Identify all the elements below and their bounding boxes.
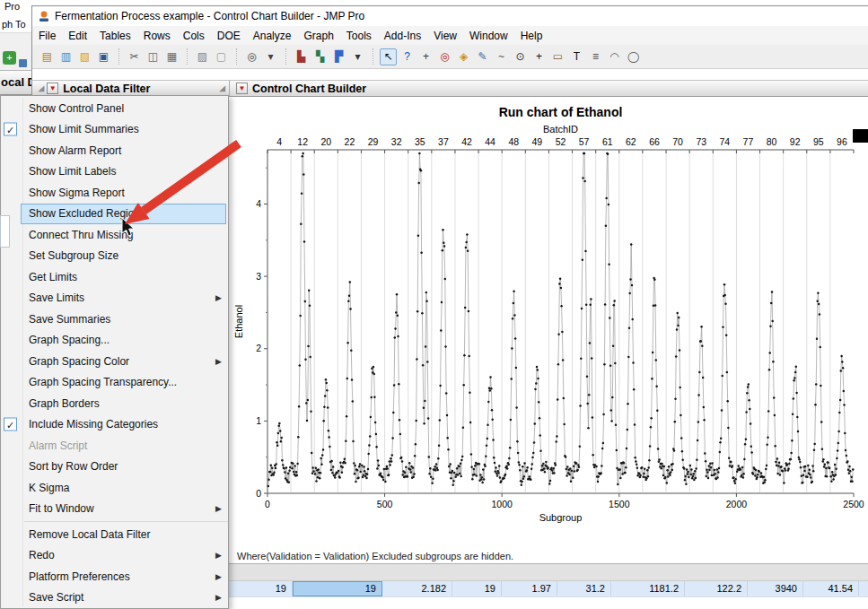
paste-icon[interactable]: ▦: [163, 48, 180, 65]
menu-item-include-missing-categories[interactable]: ✓Include Missing Categories: [1, 414, 228, 436]
menu-item-graph-spacing-transparency[interactable]: Graph Spacing Transparency...: [1, 372, 228, 394]
background-panel-header-fragment: ocal D: [0, 70, 31, 95]
svg-text:57: 57: [579, 136, 590, 147]
svg-text:Run chart of Ethanol: Run chart of Ethanol: [499, 105, 623, 119]
red-triangle-icon: ▼: [49, 85, 57, 92]
table-cell[interactable]: 31.2: [557, 581, 611, 596]
menubar-item-window[interactable]: Window: [463, 28, 514, 44]
bullseye-tool-icon[interactable]: ◎: [436, 48, 453, 65]
menu-item-save-script[interactable]: Save Script▶: [1, 587, 228, 609]
splitter-grip-icon[interactable]: ◢: [220, 84, 225, 92]
menu-item-sort-by-row-order[interactable]: Sort by Row Order: [1, 457, 228, 478]
menubar-item-cols[interactable]: Cols: [177, 28, 211, 44]
crosshair-tool-icon[interactable]: +: [417, 48, 434, 65]
table-cell[interactable]: 19: [452, 581, 502, 596]
magnifier-tool-icon[interactable]: ⊙: [512, 48, 529, 65]
open-table-icon[interactable]: ▥: [57, 48, 75, 65]
menu-item-show-control-panel[interactable]: Show Control Panel: [1, 98, 228, 119]
menu-item-redo[interactable]: Redo▶: [1, 545, 228, 567]
menu-item-show-limit-summaries[interactable]: ✓Show Limit Summaries: [1, 119, 228, 141]
menubar-item-help[interactable]: Help: [514, 28, 549, 44]
distribution-icon[interactable]: ▙: [293, 48, 310, 65]
lines-tool-icon[interactable]: ≡: [587, 48, 604, 65]
menu-item-graph-borders[interactable]: Graph Borders: [1, 393, 228, 414]
table-cell[interactable]: 2.182: [382, 581, 452, 596]
grabber-tool-icon[interactable]: ◈: [455, 48, 472, 65]
eraser-tool-icon[interactable]: ▭: [549, 48, 566, 65]
clear-row-states-icon[interactable]: ▢: [213, 48, 230, 65]
help-tool-icon[interactable]: ?: [399, 48, 416, 65]
oval-tool-icon[interactable]: ◯: [625, 48, 642, 65]
fit-y-by-x-icon[interactable]: ▚: [311, 48, 329, 65]
brush-tool-icon[interactable]: ✎: [474, 48, 491, 65]
launchers-dropdown-icon[interactable]: ▾: [349, 48, 366, 65]
menu-item-label: Connect Thru Missing: [29, 229, 134, 241]
save-icon[interactable]: ▣: [95, 48, 112, 65]
menubar-item-rows[interactable]: Rows: [137, 28, 177, 44]
menu-item-fit-to-window[interactable]: Fit to Window▶: [1, 499, 228, 520]
lasso-tool-icon[interactable]: ~: [493, 48, 510, 65]
menu-item-platform-preferences[interactable]: Platform Preferences▶: [1, 566, 228, 587]
menubar-item-tools[interactable]: Tools: [340, 28, 378, 44]
select-matching-icon[interactable]: ▨: [194, 48, 211, 65]
new-data-table-icon[interactable]: ▤: [39, 48, 56, 65]
menubar-item-tables[interactable]: Tables: [93, 28, 137, 44]
svg-text:62: 62: [626, 136, 636, 147]
submenu-arrow-icon: ▶: [215, 572, 222, 581]
menu-item-connect-thru-missing[interactable]: Connect Thru Missing: [1, 224, 228, 246]
table-cell[interactable]: 41.54: [803, 581, 859, 596]
red-triangle-menu-button[interactable]: ▼: [47, 83, 58, 94]
red-triangle-menu-button[interactable]: ▼: [236, 83, 248, 94]
svg-text:42: 42: [461, 136, 472, 147]
search-dropdown-icon[interactable]: ▾: [262, 48, 279, 65]
menu-item-k-sigma[interactable]: K Sigma: [1, 477, 228, 499]
menu-item-save-limits[interactable]: Save Limits▶: [1, 288, 228, 309]
menu-item-show-excluded-region[interactable]: Show Excluded Region: [1, 204, 228, 225]
menu-item-label: Include Missing Categories: [29, 418, 158, 431]
menubar-item-graph[interactable]: Graph: [297, 28, 339, 44]
svg-text:12: 12: [297, 136, 308, 147]
annotate-tool-icon[interactable]: T: [568, 48, 585, 65]
menubar-item-analyze[interactable]: Analyze: [247, 28, 298, 44]
chart-area: Run chart of EthanolBatchID4122022293235…: [230, 97, 868, 549]
svg-text:500: 500: [377, 499, 393, 509]
menu-item-get-limits[interactable]: Get Limits: [1, 266, 228, 288]
arrow-tool-icon[interactable]: ↖: [380, 48, 397, 65]
plus-tool-icon[interactable]: +: [530, 48, 548, 65]
menu-item-set-subgroup-size[interactable]: Set Subgroup Size: [1, 246, 228, 267]
search-icon[interactable]: ◎: [243, 48, 260, 65]
menu-item-graph-spacing-color[interactable]: Graph Spacing Color▶: [1, 351, 228, 372]
menubar-item-add-ins[interactable]: Add-Ins: [378, 28, 427, 44]
svg-text:Ethanol: Ethanol: [233, 305, 244, 338]
table-cell[interactable]: 19: [230, 581, 293, 596]
curve-tool-icon[interactable]: ◠: [606, 48, 623, 65]
menu-item-label: Save Script: [29, 591, 83, 604]
cut-icon[interactable]: ✂: [126, 48, 143, 65]
menu-item-graph-spacing[interactable]: Graph Spacing...: [1, 330, 228, 352]
menubar-item-view[interactable]: View: [427, 28, 463, 44]
splitter-grip-icon[interactable]: ◢: [39, 84, 44, 92]
menubar-item-file[interactable]: File: [32, 28, 62, 44]
menubar-item-doe[interactable]: DOE: [211, 28, 247, 44]
menubar-item-edit[interactable]: Edit: [62, 28, 93, 44]
run-chart[interactable]: Run chart of EthanolBatchID4122022293235…: [230, 97, 868, 549]
svg-text:35: 35: [415, 136, 425, 147]
menu-item-save-summaries[interactable]: Save Summaries: [1, 309, 228, 330]
menu-item-show-sigma-report[interactable]: Show Sigma Report: [1, 182, 228, 204]
submenu-arrow-icon: ▶: [215, 551, 222, 560]
import-data-icon[interactable]: ▧: [76, 48, 93, 65]
menu-item-show-limit-labels[interactable]: Show Limit Labels: [1, 161, 228, 183]
table-cell[interactable]: 3940: [748, 581, 803, 596]
svg-text:66: 66: [649, 136, 660, 147]
svg-text:52: 52: [556, 136, 566, 147]
table-cell[interactable]: 1.97: [502, 581, 557, 596]
menu-item-label: Redo: [29, 549, 55, 561]
table-cell[interactable]: 122.2: [685, 581, 748, 596]
menu-item-show-alarm-report[interactable]: Show Alarm Report: [1, 140, 228, 161]
menu-item-label: Remove Local Data Filter: [29, 528, 150, 541]
menu-item-remove-local-data-filter[interactable]: Remove Local Data Filter: [1, 524, 228, 545]
copy-icon[interactable]: ◫: [145, 48, 162, 65]
table-cell[interactable]: 1181.2: [611, 581, 685, 596]
tabulate-icon[interactable]: ▛: [330, 48, 347, 65]
table-cell-selected[interactable]: 19: [293, 581, 382, 596]
